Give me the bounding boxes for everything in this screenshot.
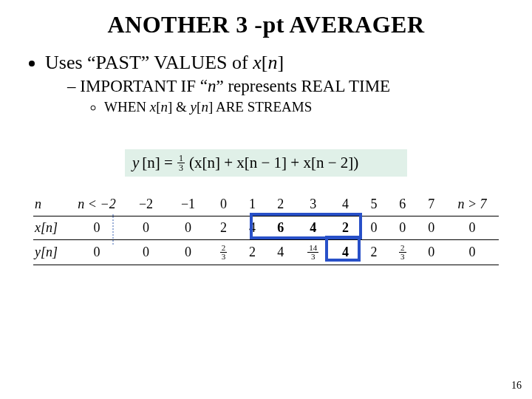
y-c8: 4 [331, 240, 359, 265]
x-c4: 2 [209, 216, 238, 240]
slide-title: ANOTHER 3 -pt AVERAGER [26, 11, 506, 38]
n-c4: 0 [209, 193, 238, 216]
x-c1: 0 [69, 216, 125, 240]
n-c5: 1 [238, 193, 266, 216]
n-c3: −1 [167, 193, 209, 216]
n-c10: 6 [388, 193, 417, 216]
n-c8: 4 [331, 193, 359, 216]
b1-br2: ] [277, 52, 284, 73]
y-c12: 0 [446, 240, 499, 265]
dotted-divider [112, 214, 114, 245]
x-label: x[n] [33, 216, 69, 240]
x-c8: 2 [331, 216, 359, 240]
bullet-list: Uses “PAST” VALUES of x[n] IMPORTANT IF … [32, 52, 506, 115]
n-c11: 7 [417, 193, 446, 216]
y-c11: 0 [417, 240, 446, 265]
x-c9: 0 [360, 216, 388, 240]
y-c1: 0 [69, 240, 125, 265]
y-c4: 23 [209, 240, 238, 265]
x-c5: 4 [238, 216, 266, 240]
y-c3: 0 [167, 240, 209, 265]
y-c7: 143 [295, 240, 331, 265]
data-table-wrap: n n < −2 −2 −1 0 1 2 3 4 5 6 7 n > 7 x[n… [33, 193, 499, 265]
b3-a: WHEN [104, 99, 150, 115]
n-c2: −2 [125, 193, 167, 216]
b3-e: ] & [168, 99, 191, 115]
x-c11: 0 [417, 216, 446, 240]
b2-c: ” represents REAL TIME [216, 77, 390, 95]
table-row-n: n n < −2 −2 −1 0 1 2 3 4 5 6 7 n > 7 [33, 193, 499, 216]
n-c9: 5 [360, 193, 388, 216]
y-label: y[n] [33, 240, 69, 265]
b1-text: Uses “PAST” VALUES of [45, 52, 253, 73]
y-c6: 4 [267, 240, 295, 265]
formula: y[n] = 1 3 (x[n] + x[n − 1] + x[n − 2]) [125, 149, 407, 177]
b3-y: y [191, 99, 197, 115]
formula-rhs: (x[n] + x[n − 1] + x[n − 2]) [189, 154, 358, 172]
bullet-3: WHEN x[n] & y[n] ARE STREAMS [104, 99, 506, 115]
bullet-2: IMPORTANT IF “n” represents REAL TIME [67, 77, 506, 96]
x-c3: 0 [167, 216, 209, 240]
x-c7: 4 [295, 216, 331, 240]
formula-y: y [132, 154, 139, 172]
y-c5: 2 [238, 240, 266, 265]
data-table: n n < −2 −2 −1 0 1 2 3 4 5 6 7 n > 7 x[n… [33, 193, 499, 265]
b2-a: IMPORTANT IF “ [80, 77, 208, 95]
b1-n: n [267, 52, 277, 73]
x-c10: 0 [388, 216, 417, 240]
b1-x: x [253, 52, 262, 73]
n-c7: 3 [295, 193, 331, 216]
formula-lhs-br: [n] = [142, 154, 173, 172]
b2-n: n [208, 77, 216, 95]
y-c2: 0 [125, 240, 167, 265]
table-row-x: x[n] 0 0 0 2 4 6 4 2 0 0 0 0 [33, 216, 499, 240]
y-c10: 23 [388, 240, 417, 265]
formula-frac: 1 3 [177, 154, 185, 172]
n-c12: n > 7 [446, 193, 499, 216]
table-row-y: y[n] 0 0 0 23 2 4 143 4 2 23 0 0 [33, 240, 499, 265]
b3-x: x [150, 99, 156, 115]
b3-i: ] ARE STREAMS [208, 99, 312, 115]
n-c1: n < −2 [69, 193, 125, 216]
y-c9: 2 [360, 240, 388, 265]
n-label: n [33, 193, 69, 216]
x-c2: 0 [125, 216, 167, 240]
page-number: 16 [511, 380, 522, 392]
frac-den: 3 [177, 163, 185, 172]
x-c12: 0 [446, 216, 499, 240]
b3-n2: n [201, 99, 208, 115]
n-c6: 2 [267, 193, 295, 216]
bullet-1: Uses “PAST” VALUES of x[n] IMPORTANT IF … [45, 52, 506, 115]
x-c6: 6 [267, 216, 295, 240]
b3-n1: n [161, 99, 168, 115]
